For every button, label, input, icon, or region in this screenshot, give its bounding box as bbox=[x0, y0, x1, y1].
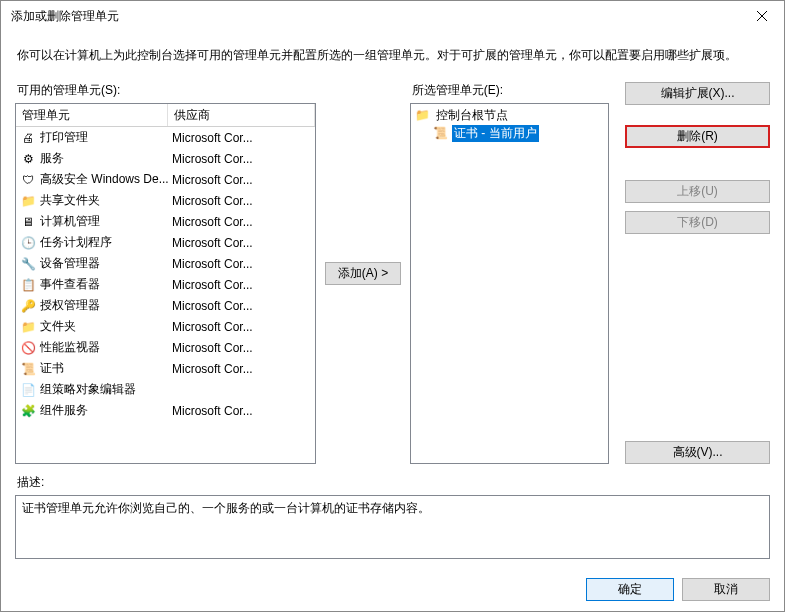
selected-column: 所选管理单元(E): 📁 控制台根节点 📜 证书 - 当前用户 bbox=[410, 82, 609, 464]
vendor-cell: Microsoft Cor... bbox=[168, 278, 315, 292]
available-rows[interactable]: 🖨打印管理Microsoft Cor...⚙服务Microsoft Cor...… bbox=[16, 127, 315, 463]
list-item[interactable]: 📄组策略对象编辑器 bbox=[16, 379, 315, 400]
move-up-button[interactable]: 上移(U) bbox=[625, 180, 770, 203]
advanced-button[interactable]: 高级(V)... bbox=[625, 441, 770, 464]
dialog-window: 添加或删除管理单元 你可以在计算机上为此控制台选择可用的管理单元并配置所选的一组… bbox=[0, 0, 785, 612]
move-down-button[interactable]: 下移(D) bbox=[625, 211, 770, 234]
middle-column: 添加(A) > bbox=[324, 82, 402, 464]
vendor-cell: Microsoft Cor... bbox=[168, 236, 315, 250]
titlebar: 添加或删除管理单元 bbox=[1, 1, 784, 31]
folder-icon: 📁 bbox=[20, 319, 36, 335]
add-button[interactable]: 添加(A) > bbox=[325, 262, 401, 285]
list-item[interactable]: 🚫性能监视器Microsoft Cor... bbox=[16, 337, 315, 358]
available-list-header: 管理单元 供应商 bbox=[16, 104, 315, 127]
snapin-cell: 🚫性能监视器 bbox=[16, 339, 168, 356]
list-item[interactable]: 🔧设备管理器Microsoft Cor... bbox=[16, 253, 315, 274]
snapin-name: 任务计划程序 bbox=[40, 234, 112, 251]
snapin-name: 性能监视器 bbox=[40, 339, 100, 356]
clock-icon: 🕒 bbox=[20, 235, 36, 251]
shield-icon: 🛡 bbox=[20, 172, 36, 188]
snapin-cell: 🧩组件服务 bbox=[16, 402, 168, 419]
event-icon: 📋 bbox=[20, 277, 36, 293]
list-item[interactable]: 📁文件夹Microsoft Cor... bbox=[16, 316, 315, 337]
snapin-name: 打印管理 bbox=[40, 129, 88, 146]
gear-icon: ⚙ bbox=[20, 151, 36, 167]
side-buttons-column: 编辑扩展(X)... 删除(R) 上移(U) 下移(D) 高级(V)... bbox=[617, 82, 770, 464]
snapin-cell: ⚙服务 bbox=[16, 150, 168, 167]
tree-child-label: 证书 - 当前用户 bbox=[452, 125, 539, 142]
list-item[interactable]: 🖨打印管理Microsoft Cor... bbox=[16, 127, 315, 148]
selected-label: 所选管理单元(E): bbox=[412, 82, 609, 99]
vendor-cell: Microsoft Cor... bbox=[168, 152, 315, 166]
columns: 可用的管理单元(S): 管理单元 供应商 🖨打印管理Microsoft Cor.… bbox=[15, 82, 770, 464]
snapin-name: 设备管理器 bbox=[40, 255, 100, 272]
list-item[interactable]: 🕒任务计划程序Microsoft Cor... bbox=[16, 232, 315, 253]
snapin-cell: 🛡高级安全 Windows De... bbox=[16, 171, 168, 188]
cert-icon: 📜 bbox=[433, 125, 449, 141]
tree-child-node[interactable]: 📜 证书 - 当前用户 bbox=[413, 124, 606, 142]
list-item[interactable]: 📜证书Microsoft Cor... bbox=[16, 358, 315, 379]
vendor-cell: Microsoft Cor... bbox=[168, 194, 315, 208]
description-box: 证书管理单元允许你浏览自己的、一个服务的或一台计算机的证书存储内容。 bbox=[15, 495, 770, 559]
printer-icon: 🖨 bbox=[20, 130, 36, 146]
vendor-cell: Microsoft Cor... bbox=[168, 320, 315, 334]
perf-icon: 🚫 bbox=[20, 340, 36, 356]
window-title: 添加或删除管理单元 bbox=[11, 8, 739, 25]
header-vendor[interactable]: 供应商 bbox=[168, 104, 315, 126]
available-label: 可用的管理单元(S): bbox=[17, 82, 316, 99]
snapin-cell: 📜证书 bbox=[16, 360, 168, 377]
list-item[interactable]: 🖥计算机管理Microsoft Cor... bbox=[16, 211, 315, 232]
vendor-cell: Microsoft Cor... bbox=[168, 299, 315, 313]
folder-share-icon: 📁 bbox=[20, 193, 36, 209]
vendor-cell: Microsoft Cor... bbox=[168, 404, 315, 418]
snapin-name: 事件查看器 bbox=[40, 276, 100, 293]
list-item[interactable]: 📋事件查看器Microsoft Cor... bbox=[16, 274, 315, 295]
list-item[interactable]: 🧩组件服务Microsoft Cor... bbox=[16, 400, 315, 421]
edit-extensions-button[interactable]: 编辑扩展(X)... bbox=[625, 82, 770, 105]
tree-root-node[interactable]: 📁 控制台根节点 bbox=[413, 106, 606, 124]
folder-icon: 📁 bbox=[415, 107, 431, 123]
snapin-cell: 📋事件查看器 bbox=[16, 276, 168, 293]
instruction-text: 你可以在计算机上为此控制台选择可用的管理单元并配置所选的一组管理单元。对于可扩展… bbox=[17, 47, 770, 64]
vendor-cell: Microsoft Cor... bbox=[168, 362, 315, 376]
auth-icon: 🔑 bbox=[20, 298, 36, 314]
device-icon: 🔧 bbox=[20, 256, 36, 272]
ok-button[interactable]: 确定 bbox=[586, 578, 674, 601]
available-column: 可用的管理单元(S): 管理单元 供应商 🖨打印管理Microsoft Cor.… bbox=[15, 82, 316, 464]
remove-button[interactable]: 删除(R) bbox=[625, 125, 770, 148]
cert-icon: 📜 bbox=[20, 361, 36, 377]
snapin-name: 组策略对象编辑器 bbox=[40, 381, 136, 398]
list-item[interactable]: 🔑授权管理器Microsoft Cor... bbox=[16, 295, 315, 316]
tree-root-label: 控制台根节点 bbox=[434, 107, 510, 124]
vendor-cell: Microsoft Cor... bbox=[168, 215, 315, 229]
snapin-cell: 🖨打印管理 bbox=[16, 129, 168, 146]
vendor-cell: Microsoft Cor... bbox=[168, 173, 315, 187]
vendor-cell: Microsoft Cor... bbox=[168, 131, 315, 145]
available-list[interactable]: 管理单元 供应商 🖨打印管理Microsoft Cor...⚙服务Microso… bbox=[15, 103, 316, 464]
cancel-button[interactable]: 取消 bbox=[682, 578, 770, 601]
snapin-name: 证书 bbox=[40, 360, 64, 377]
computer-icon: 🖥 bbox=[20, 214, 36, 230]
vendor-cell: Microsoft Cor... bbox=[168, 341, 315, 355]
policy-icon: 📄 bbox=[20, 382, 36, 398]
snapin-name: 授权管理器 bbox=[40, 297, 100, 314]
snapin-name: 高级安全 Windows De... bbox=[40, 171, 168, 188]
snapin-cell: 🔑授权管理器 bbox=[16, 297, 168, 314]
header-snapin[interactable]: 管理单元 bbox=[16, 104, 168, 126]
description-label: 描述: bbox=[17, 474, 770, 491]
list-item[interactable]: 📁共享文件夹Microsoft Cor... bbox=[16, 190, 315, 211]
snapin-cell: 🕒任务计划程序 bbox=[16, 234, 168, 251]
snapin-cell: 📄组策略对象编辑器 bbox=[16, 381, 168, 398]
close-button[interactable] bbox=[739, 1, 784, 31]
snapin-cell: 🖥计算机管理 bbox=[16, 213, 168, 230]
selected-tree[interactable]: 📁 控制台根节点 📜 证书 - 当前用户 bbox=[410, 103, 609, 464]
snapin-name: 共享文件夹 bbox=[40, 192, 100, 209]
snapin-name: 组件服务 bbox=[40, 402, 88, 419]
list-item[interactable]: ⚙服务Microsoft Cor... bbox=[16, 148, 315, 169]
dialog-body: 你可以在计算机上为此控制台选择可用的管理单元并配置所选的一组管理单元。对于可扩展… bbox=[1, 31, 784, 567]
vendor-cell: Microsoft Cor... bbox=[168, 257, 315, 271]
list-item[interactable]: 🛡高级安全 Windows De...Microsoft Cor... bbox=[16, 169, 315, 190]
snapin-cell: 📁共享文件夹 bbox=[16, 192, 168, 209]
close-icon bbox=[757, 11, 767, 21]
snapin-name: 文件夹 bbox=[40, 318, 76, 335]
